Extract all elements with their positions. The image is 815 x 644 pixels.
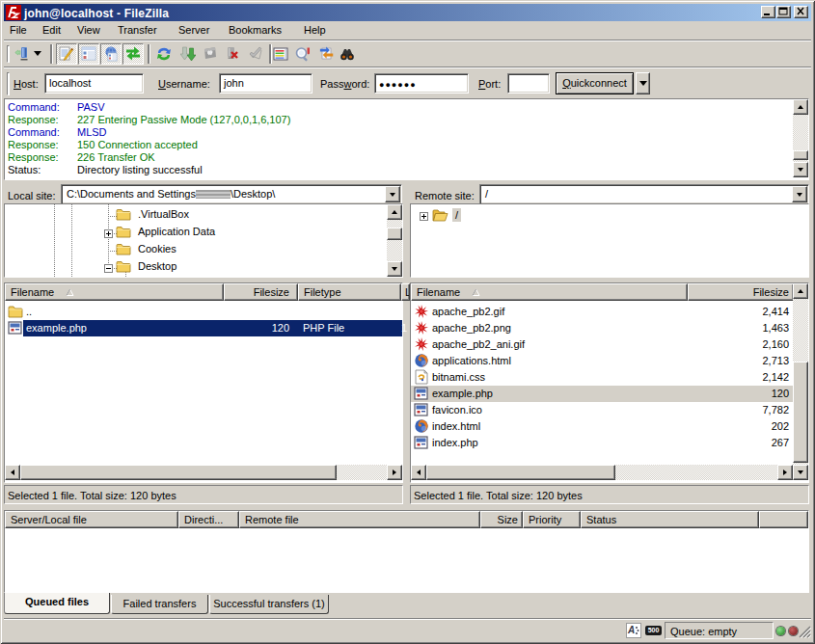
svg-text:A: A (627, 625, 635, 635)
